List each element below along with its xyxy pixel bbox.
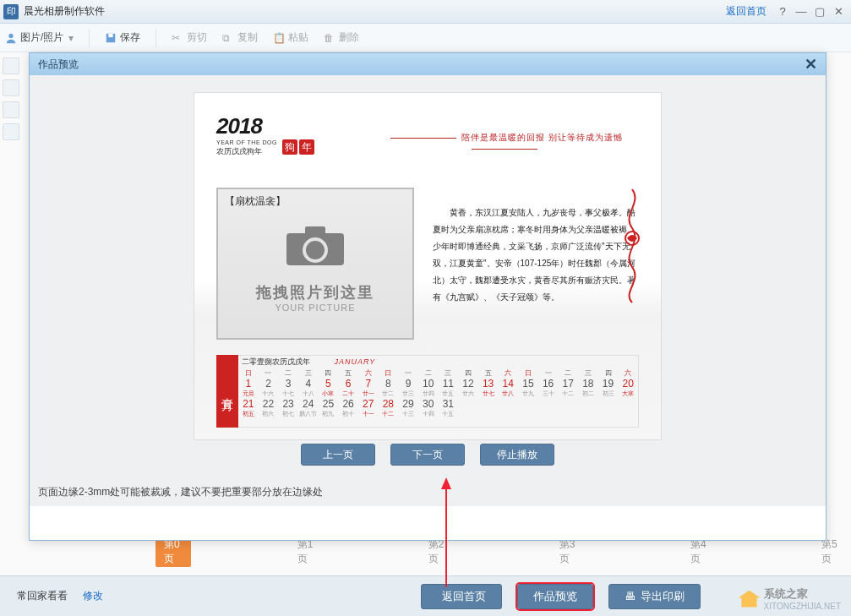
calendar-day: 4十八: [298, 379, 319, 399]
svg-point-5: [304, 239, 326, 261]
dialog-body: 2018 YEAR OF THE DOG 农历戊戌狗年 狗 年 陪伴是最温暖的回…: [30, 75, 826, 506]
calendar-day: 16三十: [538, 379, 559, 399]
calendar-day: 7廿一: [358, 379, 379, 399]
left-toolbar: [0, 52, 22, 221]
app-title: 晨光相册制作软件: [24, 4, 105, 19]
photo-placeholder[interactable]: 【扇枕温衾】 拖拽照片到这里 YOUR PICTURE: [216, 188, 414, 340]
calendar-day: [618, 399, 638, 419]
bottom-left-text: 常回家看看: [17, 589, 68, 603]
calendar-day: 19初三: [598, 379, 619, 399]
slogan: 陪伴是最温暖的回报 别让等待成为遗憾: [368, 132, 641, 153]
calendar-day: [498, 399, 518, 419]
page-thumb-3[interactable]: 第3页: [554, 537, 584, 567]
calendar-day: 24腊八节: [298, 399, 319, 419]
page-thumbnails: 第0页 第1页 第2页 第3页 第4页 第5页: [29, 537, 846, 574]
home-button[interactable]: 返回首页: [421, 584, 502, 609]
export-button[interactable]: 🖶导出印刷: [608, 584, 701, 609]
calendar-day: 14廿八: [498, 379, 518, 399]
story-text: 黄香，东汉江夏安陆人，九岁丧母，事父极孝。酷夏时为父亲扇凉枕席；寒冬时用身体为父…: [433, 188, 639, 340]
calendar-day: [558, 399, 578, 419]
calendar-day: 29十三: [398, 399, 418, 419]
red-ornament-icon: [619, 186, 646, 304]
preview-button[interactable]: 作品预览: [517, 584, 593, 609]
stop-play-button[interactable]: 停止播放: [480, 444, 554, 466]
calendar-day: [578, 399, 598, 419]
calendar-day: 5小寒: [319, 379, 339, 399]
calendar-day: [478, 399, 499, 419]
delete-button[interactable]: 🗑删除: [324, 30, 359, 45]
svg-point-0: [8, 33, 13, 37]
calendar-day: 13廿七: [478, 379, 499, 399]
next-page-button[interactable]: 下一页: [390, 444, 465, 466]
calendar-day: [538, 399, 559, 419]
calendar-day: 2十六: [259, 379, 279, 399]
delete-icon: 🗑: [324, 32, 335, 44]
calendar-day: 17十二: [558, 379, 578, 399]
preview-dialog: 作品预览 ✕ 2018 YEAR OF THE DOG 农历戊戌狗年 狗 年 陪…: [29, 52, 826, 541]
paste-button[interactable]: 📋粘贴: [273, 30, 308, 45]
copy-button[interactable]: ⧉复制: [222, 30, 258, 45]
tab-photos[interactable]: 图片/照片 ▾: [5, 30, 74, 45]
calendar-day: 18初二: [578, 379, 598, 399]
maximize-icon[interactable]: ▢: [810, 4, 829, 19]
month-label: 壹月: [216, 355, 238, 428]
calendar-day: 27十一: [358, 399, 379, 419]
main-toolbar: 图片/照片 ▾ 保存 ✂剪切 ⧉复制 📋粘贴 🗑删除: [0, 24, 851, 52]
page-thumb-0[interactable]: 第0页: [155, 537, 191, 567]
calendar-day: 10廿四: [418, 379, 439, 399]
calendar-day: 30十四: [418, 399, 439, 419]
tab-photos-label: 图片/照片: [20, 30, 63, 45]
paste-icon: 📋: [273, 32, 285, 44]
tool-rect-icon[interactable]: [3, 79, 19, 96]
calendar-day: 9廿三: [398, 379, 418, 399]
dialog-close-icon[interactable]: ✕: [805, 58, 817, 70]
bottom-bar: 常回家看看 修改 返回首页 作品预览 🖶导出印刷: [0, 575, 851, 616]
tool-shape-icon[interactable]: [3, 101, 19, 118]
printer-icon: 🖶: [625, 590, 636, 602]
page-thumb-1[interactable]: 第1页: [292, 537, 322, 567]
calendar-day: 25初九: [319, 399, 339, 419]
calendar-day: 15廿九: [518, 379, 538, 399]
prev-page-button[interactable]: 上一页: [301, 444, 375, 466]
titlebar: 印 晨光相册制作软件 返回首页 ? — ▢ ✕: [0, 0, 851, 24]
calendar-day: 20大寒: [618, 379, 638, 399]
calendar-day: 31十五: [438, 399, 458, 419]
save-button[interactable]: 保存: [105, 30, 140, 45]
svg-rect-4: [305, 226, 325, 235]
close-icon[interactable]: ✕: [829, 4, 848, 19]
calendar-day: 23初七: [278, 399, 298, 419]
calendar-grid: 壹月 二零壹捌农历戊戌年 JANUARY 日一二三四五六日一二三四五六日一二三四…: [216, 355, 639, 428]
copy-icon: ⧉: [222, 32, 234, 44]
calendar-day: [598, 399, 619, 419]
watermark: 系统之家 XITONGZHIJIA.NET: [739, 586, 842, 611]
calendar-day: 22初六: [259, 399, 279, 419]
year-en: YEAR OF THE DOG: [216, 139, 277, 145]
back-home-link[interactable]: 返回首页: [726, 4, 766, 19]
app-logo-icon: 印: [3, 4, 19, 19]
tool-text-icon[interactable]: [3, 57, 19, 74]
calendar-day: 21初五: [238, 399, 259, 419]
camera-icon: [281, 225, 349, 267]
dialog-title: 作品预览: [38, 57, 79, 72]
calendar-day: 3十七: [278, 379, 298, 399]
year-number: 2018: [216, 113, 277, 139]
calendar-day: 28十二: [379, 399, 399, 419]
dialog-header: 作品预览 ✕: [30, 53, 826, 75]
dialog-hint: 页面边缘2-3mm处可能被裁减，建议不要把重要部分放在边缘处: [38, 485, 323, 499]
help-icon[interactable]: ?: [773, 4, 792, 19]
page-thumb-4[interactable]: 第4页: [685, 537, 715, 567]
minimize-icon[interactable]: —: [792, 4, 810, 19]
cut-icon: ✂: [172, 32, 183, 44]
tool-star-icon[interactable]: [3, 123, 19, 140]
page-thumb-5[interactable]: 第5页: [816, 537, 846, 567]
year-seal: 狗 年: [282, 139, 314, 155]
cut-button[interactable]: ✂剪切: [172, 30, 207, 45]
placeholder-text: 拖拽照片到这里 YOUR PICTURE: [218, 282, 412, 313]
save-icon: [105, 32, 117, 44]
calendar-day: [458, 399, 478, 419]
modify-link[interactable]: 修改: [83, 589, 103, 603]
lunar-year: 农历戊戌狗年: [216, 146, 277, 157]
calendar-day: 12廿六: [458, 379, 478, 399]
page-thumb-2[interactable]: 第2页: [423, 537, 453, 567]
dialog-nav: 上一页 下一页 停止播放: [30, 444, 826, 466]
